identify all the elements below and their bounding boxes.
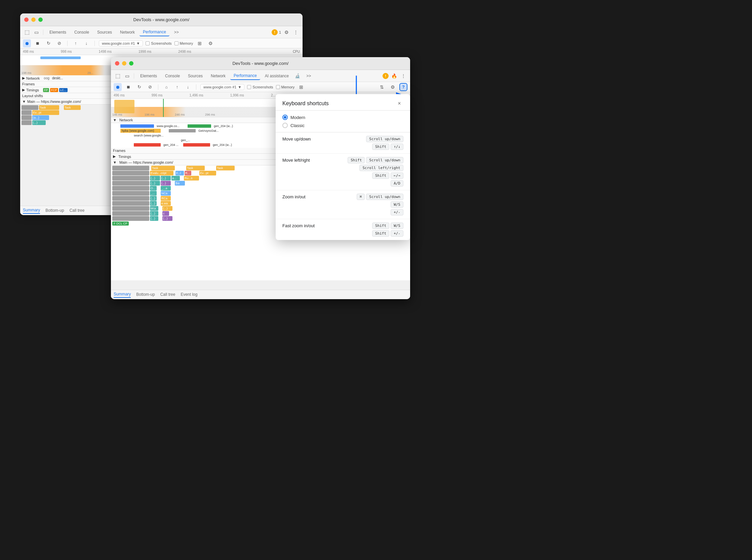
fg-flame-task-3: Task	[216, 166, 235, 171]
fg-spacer5	[180, 176, 183, 180]
fg-frames-label: Frames	[113, 148, 125, 153]
bg-network-label: Network	[26, 76, 40, 80]
fg-tab-calltree[interactable]: Call tree	[160, 292, 176, 298]
bg-download-icon[interactable]: ↓	[82, 39, 91, 47]
fg-tab-eventlog[interactable]: Event log	[180, 292, 197, 298]
shortcut-zoom-label: Zoom in/out	[282, 194, 357, 199]
fg-stop-button[interactable]: ⏹	[124, 83, 133, 91]
fg-net-search: search (www.google...	[134, 134, 164, 137]
fg-maximize-button[interactable]	[129, 61, 134, 65]
key-row-shift-ws: Shift W/S	[372, 222, 403, 229]
bg-tab-summary[interactable]: Summary	[23, 208, 40, 214]
bg-tab-more[interactable]: >>	[171, 28, 182, 36]
bg-traffic-lights	[24, 18, 43, 22]
fg-screenshots-checkbox[interactable]	[247, 85, 251, 89]
bg-close-button[interactable]	[24, 18, 28, 22]
fg-net-gen204w: gen_204 (w...)	[213, 143, 232, 146]
fg-inspect-icon[interactable]: ⬚	[114, 72, 122, 80]
bg-capture-icon[interactable]: ⊞	[196, 39, 204, 47]
fg-rec-sep1	[158, 84, 158, 90]
bg-inspect-icon[interactable]: ⬚	[23, 28, 31, 36]
fg-tab-network[interactable]: Network	[207, 72, 229, 80]
bg-record-button[interactable]: ⏺	[23, 39, 31, 47]
bg-tab-elements[interactable]: Elements	[46, 28, 70, 36]
fg-upload-icon[interactable]: ↑	[173, 83, 181, 91]
kbd-shift-2: Shift	[348, 157, 365, 163]
fg-flame-task-2: Task	[186, 166, 205, 171]
fg-tab-performance[interactable]: Performance	[230, 72, 260, 80]
bg-titlebar: DevTools - www.google.com/	[20, 14, 302, 26]
bg-stop-button[interactable]: ⏹	[34, 39, 42, 47]
fg-flame-gray-r8	[112, 201, 149, 206]
key-row-plusminus: +/-	[391, 209, 403, 216]
fg-record-button[interactable]: ⏺	[114, 83, 122, 91]
fg-flame-paren4: (...)	[161, 181, 171, 185]
fg-close-button[interactable]	[115, 61, 119, 65]
fg-tab-console[interactable]: Console	[162, 72, 183, 80]
fg-download-icon[interactable]: ↓	[184, 83, 192, 91]
fg-flame-gray-r9	[112, 206, 149, 211]
fg-lower-time-1: 146 ms	[112, 113, 122, 116]
shortcuts-close-button[interactable]: ×	[395, 100, 403, 107]
shortcut-fastzoom-label: Fast zoom in/out	[282, 222, 372, 228]
fg-tab-sources[interactable]: Sources	[184, 72, 206, 80]
fg-screenshots-checkbox-group: Screenshots	[247, 85, 273, 89]
kbd-shift-1: Shift	[372, 143, 389, 150]
kbd-scroll-updown-3: Scroll up/down	[366, 194, 403, 200]
bg-url-dropdown-icon: ▼	[136, 41, 140, 45]
bg-upload-icon[interactable]: ↑	[72, 39, 80, 47]
radio-classic[interactable]: Classic	[282, 123, 403, 128]
bg-rec-sep1	[67, 41, 67, 46]
kbd-shift-4: Shift	[372, 222, 389, 229]
fg-spacer8	[157, 191, 160, 196]
bg-url-selector[interactable]: www.google.com #1 ▼	[99, 40, 143, 46]
fg-tab-elements[interactable]: Elements	[137, 72, 160, 80]
bg-clear-button[interactable]: ⊘	[55, 39, 63, 47]
bg-memory-checkbox[interactable]	[175, 41, 178, 45]
bg-spacer-1	[60, 105, 63, 110]
bg-reload-button[interactable]: ↻	[44, 39, 53, 47]
fg-url-selector[interactable]: www.google.com #1 ▼	[200, 84, 244, 90]
fg-reload-button[interactable]: ↻	[135, 83, 143, 91]
fg-minimize-button[interactable]	[122, 61, 126, 65]
bg-tab-performance[interactable]: Performance	[139, 28, 170, 36]
bg-minimize-button[interactable]	[31, 18, 36, 22]
kbd-scroll-leftright: Scroll left/right	[359, 165, 403, 171]
bg-time-3: 1498 ms	[99, 50, 112, 54]
fg-capture-icon[interactable]: ⊞	[297, 83, 305, 91]
fg-network-triangle: ▼	[113, 118, 117, 122]
bg-tab-calltree[interactable]: Call tree	[70, 208, 85, 214]
fg-tab-ai[interactable]: AI assistance	[261, 72, 292, 80]
kbd-cmd-symbol: ⌘	[357, 194, 365, 200]
fg-device-icon[interactable]: ▭	[123, 72, 131, 80]
fg-tab-more[interactable]: >>	[303, 72, 314, 80]
bg-more-icon[interactable]: ⋮	[292, 28, 300, 36]
fg-spacer3	[174, 171, 175, 176]
fg-net-label-2: gen_204 (w...)	[214, 124, 233, 128]
bg-tab-network[interactable]: Network	[117, 28, 138, 36]
fg-flame-r: R...	[184, 171, 191, 176]
fg-clear-button[interactable]: ⊘	[146, 83, 154, 91]
fg-tab-bottomup[interactable]: Bottom-up	[136, 292, 155, 298]
bg-frames-label: Frames	[22, 82, 35, 86]
bg-tab-bottomup[interactable]: Bottom-up	[45, 208, 64, 214]
bg-settings2-icon[interactable]: ⚙	[206, 39, 215, 47]
radio-modern[interactable]: Modern	[282, 115, 403, 120]
fg-net-gen204-bar	[134, 143, 161, 146]
shortcut-move-updown-label: Move up/down	[282, 136, 366, 141]
fg-time-2: 996 ms	[152, 94, 163, 97]
fg-home-icon[interactable]: ⌂	[162, 83, 171, 91]
bg-settings-icon[interactable]: ⚙	[282, 28, 291, 36]
bg-device-icon[interactable]: ▭	[32, 28, 40, 36]
fg-tab-summary[interactable]: Summary	[114, 292, 131, 298]
bg-screenshots-checkbox[interactable]	[145, 41, 150, 45]
fg-spacer6	[172, 181, 174, 185]
bg-fp-badge: FP	[43, 88, 49, 92]
fg-flame-paren7: (...)	[162, 206, 173, 211]
bg-tab-console[interactable]: Console	[71, 28, 93, 36]
fg-flame-ua: _...a	[161, 186, 171, 191]
fg-memory-checkbox[interactable]	[276, 85, 280, 89]
bg-tab-sources[interactable]: Sources	[94, 28, 115, 36]
bg-main-triangle: ▼	[22, 100, 26, 103]
bg-maximize-button[interactable]	[38, 18, 43, 22]
